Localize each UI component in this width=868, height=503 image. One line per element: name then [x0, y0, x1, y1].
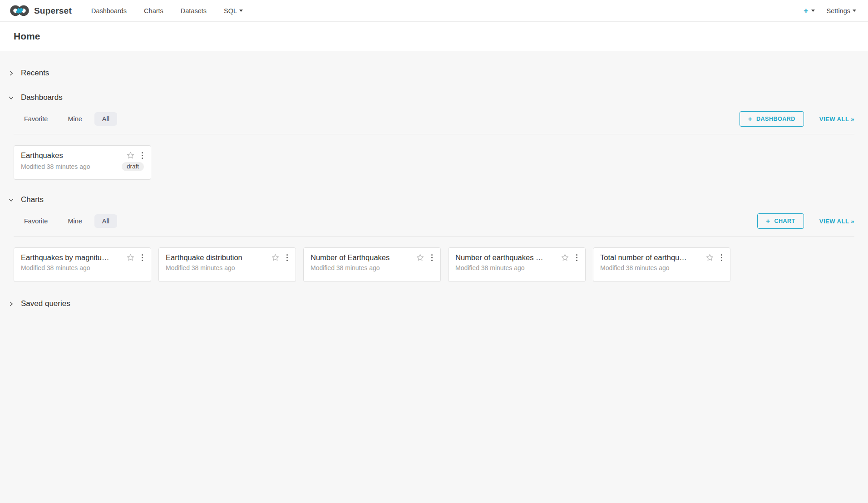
card-icons: [416, 253, 434, 262]
card-icons: [271, 253, 289, 262]
chart-card[interactable]: Earthquake distribution Modified 38 minu…: [158, 247, 296, 282]
favorite-star-icon[interactable]: [271, 253, 280, 262]
section-header-recents[interactable]: Recents: [7, 67, 861, 79]
favorite-star-icon[interactable]: [416, 253, 424, 262]
favorite-star-icon[interactable]: [126, 253, 135, 262]
new-chart-button[interactable]: + CHART: [757, 213, 804, 229]
favorite-star-icon[interactable]: [126, 151, 135, 160]
tab-mine[interactable]: Mine: [60, 112, 89, 126]
card-modified-text: Modified 38 minutes ago: [311, 264, 434, 271]
kebab-menu-icon[interactable]: [575, 254, 579, 262]
nav-item-datasets[interactable]: Datasets: [172, 0, 215, 21]
draft-status-badge: draft: [122, 162, 144, 171]
dashboards-tabs: Favorite Mine All: [16, 112, 117, 126]
section-header-charts[interactable]: Charts: [7, 193, 861, 206]
plus-icon: +: [766, 218, 770, 224]
favorite-star-icon[interactable]: [705, 253, 714, 262]
settings-menu[interactable]: Settings: [827, 7, 856, 15]
charts-controls-row: Favorite Mine All + CHART VIEW ALL »: [14, 213, 854, 237]
superset-infinity-icon: [9, 5, 30, 17]
plus-icon: +: [748, 116, 752, 122]
card-modified-text: Modified 38 minutes ago: [21, 264, 144, 271]
kebab-menu-icon[interactable]: [430, 254, 434, 262]
card-modified-text: Modified 38 minutes ago: [455, 264, 578, 271]
new-item-menu[interactable]: +: [804, 7, 815, 15]
card-title: Number of earthquakes …: [455, 253, 557, 262]
main-content: Recents Dashboards Favorite Mine All + D…: [0, 51, 868, 328]
card-icons: [126, 151, 144, 160]
favorite-star-icon[interactable]: [561, 253, 569, 262]
nav-menu: Dashboards Charts Datasets SQL: [83, 0, 252, 21]
chevron-right-icon: [8, 70, 14, 76]
new-dashboard-button-label: DASHBOARD: [756, 116, 795, 122]
tab-favorite[interactable]: Favorite: [16, 214, 55, 228]
section-header-dashboards[interactable]: Dashboards: [7, 91, 861, 104]
chevron-right-icon: [8, 301, 14, 307]
dashboards-cards-row: Earthquakes Modified 38 minutes ago draf…: [14, 145, 854, 180]
section-title: Dashboards: [21, 93, 63, 102]
section-title: Saved queries: [21, 299, 70, 308]
chart-card[interactable]: Earthquakes by magnitu… Modified 38 minu…: [14, 247, 151, 282]
card-title: Earthquakes by magnitu…: [21, 253, 123, 262]
nav-item-dashboards[interactable]: Dashboards: [83, 0, 135, 21]
chart-card[interactable]: Number of Earthquakes Modified 38 minute…: [303, 247, 441, 282]
charts-cards-row: Earthquakes by magnitu… Modified 38 minu…: [14, 247, 854, 282]
charts-view-all-link[interactable]: VIEW ALL »: [819, 218, 854, 225]
section-header-saved-queries[interactable]: Saved queries: [7, 297, 861, 310]
section-title: Charts: [21, 195, 44, 204]
kebab-menu-icon[interactable]: [286, 254, 289, 262]
card-title: Earthquakes: [21, 151, 123, 160]
card-icons: [561, 253, 579, 262]
top-nav: Superset Dashboards Charts Datasets SQL …: [0, 0, 868, 22]
chevron-down-icon: [239, 10, 243, 12]
kebab-menu-icon[interactable]: [720, 254, 724, 262]
charts-tabs: Favorite Mine All: [16, 214, 117, 228]
dashboards-view-all-link[interactable]: VIEW ALL »: [819, 116, 854, 123]
kebab-menu-icon[interactable]: [141, 152, 144, 160]
tab-all[interactable]: All: [94, 214, 117, 228]
page-header: Home: [0, 22, 868, 51]
chart-card[interactable]: Total number of earthqu… Modified 38 min…: [593, 247, 730, 282]
card-modified-text: Modified 38 minutes ago: [600, 264, 723, 271]
card-title: Earthquake distribution: [166, 253, 267, 262]
plus-icon: +: [804, 7, 809, 15]
chevron-down-icon: [853, 10, 856, 12]
section-title: Recents: [21, 69, 49, 78]
superset-logo[interactable]: Superset: [9, 5, 72, 17]
card-icons: [126, 253, 144, 262]
new-dashboard-button[interactable]: + DASHBOARD: [740, 111, 804, 127]
card-title: Number of Earthquakes: [311, 253, 412, 262]
chart-card[interactable]: Number of earthquakes … Modified 38 minu…: [448, 247, 586, 282]
card-title: Total number of earthqu…: [600, 253, 702, 262]
tab-favorite[interactable]: Favorite: [16, 112, 55, 126]
chevron-down-icon: [8, 197, 14, 203]
nav-item-charts[interactable]: Charts: [135, 0, 172, 21]
chevron-down-icon: [8, 95, 14, 101]
card-modified-text: Modified 38 minutes ago: [21, 163, 122, 170]
kebab-menu-icon[interactable]: [141, 254, 144, 262]
dashboards-controls-row: Favorite Mine All + DASHBOARD VIEW ALL »: [14, 111, 854, 134]
nav-item-sql-label: SQL: [224, 7, 237, 15]
card-icons: [705, 253, 724, 262]
new-chart-button-label: CHART: [774, 218, 795, 224]
nav-right: + Settings: [804, 7, 861, 15]
chevron-down-icon: [811, 10, 815, 12]
card-modified-text: Modified 38 minutes ago: [166, 264, 289, 271]
page-title: Home: [14, 31, 854, 42]
settings-label: Settings: [827, 7, 850, 15]
nav-item-sql[interactable]: SQL: [215, 0, 252, 21]
brand-name: Superset: [34, 6, 72, 16]
tab-mine[interactable]: Mine: [60, 214, 89, 228]
tab-all[interactable]: All: [94, 112, 117, 126]
dashboard-card-earthquakes[interactable]: Earthquakes Modified 38 minutes ago draf…: [14, 145, 151, 180]
